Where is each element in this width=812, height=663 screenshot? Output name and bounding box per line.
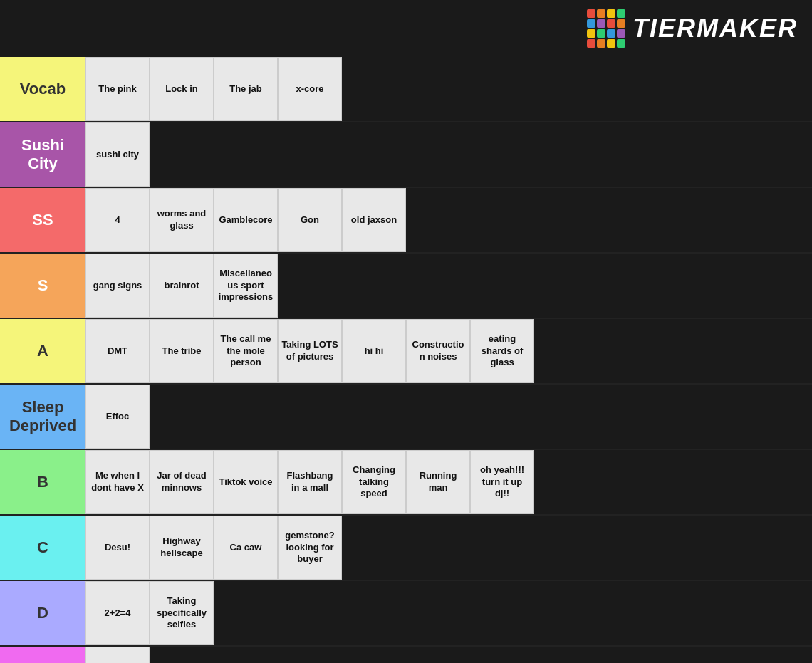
tier-label: SS [0, 188, 85, 252]
tier-item[interactable]: old jaxson [342, 188, 406, 252]
tier-row: Sgang signsbrainrotMiscellaneous sport i… [0, 254, 812, 319]
tier-label: Vocab [0, 57, 85, 121]
tier-items: gang signsbrainrotMiscellaneous sport im… [85, 254, 812, 318]
tier-item[interactable]: brainrot [150, 254, 214, 318]
tier-item[interactable]: Tiktok voice [214, 450, 278, 514]
tier-item[interactable]: Highway hellscape [150, 516, 214, 580]
tier-row: Sleep DeprivedEffoc [0, 385, 812, 450]
tier-item[interactable]: The tribe [150, 319, 214, 383]
tier-label: Sushi City [0, 122, 85, 187]
tier-item[interactable]: The jab [214, 57, 278, 121]
tier-row: StinkersTap dancing [0, 647, 812, 663]
tier-label: D [0, 581, 85, 645]
tier-row: ADMTThe tribeThe call me the mole person… [0, 319, 812, 385]
tier-label: B [0, 450, 85, 514]
tier-item[interactable]: Running man [406, 450, 470, 514]
tier-label: A [0, 319, 85, 383]
tier-label: S [0, 254, 85, 318]
tier-label: Stinkers [0, 647, 85, 663]
tier-item[interactable]: Taking LOTS of pictures [278, 319, 342, 383]
logo: TiERMAKER [587, 9, 798, 48]
tier-item[interactable]: Miscellaneous sport impressions [214, 254, 278, 318]
tier-row: SS4worms and glassGamblecoreGonold jaxso… [0, 188, 812, 254]
tier-item[interactable]: x-core [278, 57, 342, 121]
tier-item[interactable]: Lock in [150, 57, 214, 121]
tier-item[interactable]: Tap dancing [85, 647, 150, 663]
tier-item[interactable]: 4 [85, 188, 150, 252]
tier-item[interactable]: Effoc [85, 385, 150, 449]
tier-item[interactable]: Desu! [85, 516, 150, 580]
tier-items: 4worms and glassGamblecoreGonold jaxson [85, 188, 812, 252]
tier-item[interactable]: eating shards of glass [470, 319, 534, 383]
tier-row: BMe when I dont have XJar of dead minnow… [0, 450, 812, 516]
tier-item[interactable]: The pink [85, 57, 150, 121]
tier-item[interactable]: Gamblecore [214, 188, 278, 252]
tier-item[interactable]: Gon [278, 188, 342, 252]
tier-item[interactable]: gang signs [85, 254, 150, 318]
tier-items: The pinkLock inThe jabx-core [85, 57, 812, 121]
tier-item[interactable]: sushi city [85, 122, 150, 187]
logo-grid-icon [587, 9, 625, 48]
tiermaker-header: TiERMAKER [0, 0, 812, 57]
logo-text: TiERMAKER [633, 14, 798, 43]
tier-items: Desu!Highway hellscapeCa cawgemstone? lo… [85, 516, 812, 580]
tier-row: D2+2=4Taking specifically selfies [0, 581, 812, 647]
tier-item[interactable]: gemstone? looking for buyer [278, 516, 342, 580]
tier-item[interactable]: oh yeah!!! turn it up dj!! [470, 450, 534, 514]
tier-items: DMTThe tribeThe call me the mole personT… [85, 319, 812, 383]
tier-label: Sleep Deprived [0, 385, 85, 449]
tier-item[interactable]: Construction noises [406, 319, 470, 383]
tier-item[interactable]: Me when I dont have X [85, 450, 150, 514]
tier-items: Effoc [85, 385, 812, 449]
tier-row: VocabThe pinkLock inThe jabx-core [0, 57, 812, 122]
tier-items: Me when I dont have XJar of dead minnows… [85, 450, 812, 514]
tier-item[interactable]: Taking specifically selfies [150, 581, 214, 645]
tier-item[interactable]: DMT [85, 319, 150, 383]
tier-item[interactable]: Ca caw [214, 516, 278, 580]
tier-item[interactable]: The call me the mole person [214, 319, 278, 383]
tier-item[interactable]: worms and glass [150, 188, 214, 252]
tier-row: CDesu!Highway hellscapeCa cawgemstone? l… [0, 516, 812, 581]
tier-item[interactable]: Flashbang in a mall [278, 450, 342, 514]
tier-item[interactable]: Changing talking speed [342, 450, 406, 514]
tier-items: Tap dancing [85, 647, 812, 663]
tier-item[interactable]: hi hi [342, 319, 406, 383]
tier-items: 2+2=4Taking specifically selfies [85, 581, 812, 645]
tier-list: VocabThe pinkLock inThe jabx-coreSushi C… [0, 57, 812, 663]
tier-row: Sushi Citysushi city [0, 122, 812, 188]
tier-item[interactable]: 2+2=4 [85, 581, 150, 645]
tier-label: C [0, 516, 85, 580]
tier-item[interactable]: Jar of dead minnows [150, 450, 214, 514]
tier-items: sushi city [85, 122, 812, 187]
